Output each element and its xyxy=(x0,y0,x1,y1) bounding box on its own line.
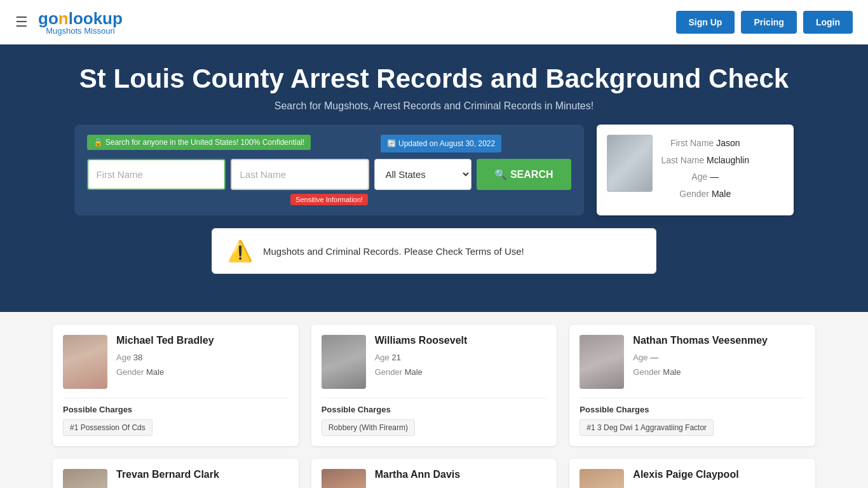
record-age: Age — xyxy=(375,484,461,488)
record-person-row: Trevan Bernard Clark Age — Gender Male xyxy=(63,469,288,488)
records-section: Michael Ted Bradley Age 38 Gender Male P… xyxy=(0,312,868,488)
gender-value: Male xyxy=(712,189,731,199)
header-nav: Sign Up Pricing Login xyxy=(676,11,853,34)
record-card: Trevan Bernard Clark Age — Gender Male P… xyxy=(53,459,299,488)
record-person-row: Nathan Thomas Veesenmey Age — Gender Mal… xyxy=(580,335,805,396)
record-card: Martha Ann Davis Age — Gender Female Pos… xyxy=(311,459,557,488)
search-wrapper: 🔒 Search for anyone in the United States… xyxy=(13,125,855,215)
charges-section: Possible Charges Robbery (With Firearm) xyxy=(322,398,547,436)
records-grid: Michael Ted Bradley Age 38 Gender Male P… xyxy=(53,325,815,488)
record-name: Alexis Paige Claypool xyxy=(633,469,738,480)
record-card: Williams Roosevelt Age 21 Gender Male Po… xyxy=(311,325,557,446)
record-card: Michael Ted Bradley Age 38 Gender Male P… xyxy=(53,325,299,446)
last-name-input[interactable] xyxy=(231,159,369,190)
record-photo xyxy=(63,469,107,488)
signup-button[interactable]: Sign Up xyxy=(676,11,735,34)
site-header: ☰ gonlookup Mugshots Missouri Sign Up Pr… xyxy=(0,0,868,44)
record-info: Nathan Thomas Veesenmey Age — Gender Mal… xyxy=(633,335,768,380)
record-photo xyxy=(322,335,366,389)
featured-person-info: First Name Jason Last Name Mclaughlin Ag… xyxy=(661,135,750,202)
record-card: Alexis Paige Claypool Age — Gender Femal… xyxy=(569,459,815,488)
featured-person-photo xyxy=(607,135,653,192)
confidential-notice: 🔒 Search for anyone in the United States… xyxy=(87,135,311,150)
record-photo xyxy=(322,469,366,488)
record-gender: Gender Male xyxy=(116,365,214,379)
search-box: 🔒 Search for anyone in the United States… xyxy=(74,125,583,215)
record-info: Martha Ann Davis Age — Gender Female xyxy=(375,469,461,488)
last-name-label: Last Name xyxy=(661,155,705,165)
record-name: Michael Ted Bradley xyxy=(116,335,214,346)
record-photo xyxy=(580,335,624,389)
hero-section: St Louis County Arrest Records and Backg… xyxy=(0,44,868,312)
record-age: Age 21 xyxy=(375,350,468,365)
first-name-input[interactable] xyxy=(87,159,226,190)
first-name-label: First Name xyxy=(670,138,714,148)
charges-section: Possible Charges #1 3 Deg Dwi 1 Aggravat… xyxy=(580,398,805,436)
record-person-row: Williams Roosevelt Age 21 Gender Male xyxy=(322,335,547,396)
record-person-row: Martha Ann Davis Age — Gender Female xyxy=(322,469,547,488)
sensitive-badge: Sensitive Information! xyxy=(87,190,571,205)
charges-section: Possible Charges #1 Possession Of Cds xyxy=(63,398,288,436)
charges-title: Possible Charges xyxy=(580,405,805,414)
record-name: Trevan Bernard Clark xyxy=(116,469,219,480)
state-select[interactable]: All StatesAlabamaAlaskaArizonaArkansasCa… xyxy=(374,159,471,190)
charge-badge: #1 Possession Of Cds xyxy=(63,419,153,436)
record-name: Williams Roosevelt xyxy=(375,335,468,346)
header-left: ☰ gonlookup Mugshots Missouri xyxy=(15,9,123,36)
page-title: St Louis County Arrest Records and Backg… xyxy=(13,64,855,94)
logo-subtitle: Mugshots Missouri xyxy=(38,26,123,36)
record-age: Age — xyxy=(116,484,219,488)
last-name-value: Mclaughlin xyxy=(707,155,749,165)
record-card: Nathan Thomas Veesenmey Age — Gender Mal… xyxy=(569,325,815,446)
record-name: Martha Ann Davis xyxy=(375,469,461,480)
hamburger-menu[interactable]: ☰ xyxy=(15,14,28,30)
logo-lookup: lookup xyxy=(69,9,123,28)
logo-text: gonlookup xyxy=(38,9,123,29)
search-inputs-row: All StatesAlabamaAlaskaArizonaArkansasCa… xyxy=(87,159,571,190)
record-age: Age — xyxy=(633,350,768,365)
logo-go: go xyxy=(38,9,58,28)
logo-n: n xyxy=(58,9,69,28)
update-notice: 🔄 Updated on August 30, 2022 xyxy=(381,135,501,152)
charge-badge: #1 3 Deg Dwi 1 Aggravatiing Factor xyxy=(580,419,714,436)
gender-label: Gender xyxy=(679,189,709,199)
record-info: Alexis Paige Claypool Age — Gender Femal… xyxy=(633,469,738,488)
record-name: Nathan Thomas Veesenmey xyxy=(633,335,768,346)
record-gender: Gender Male xyxy=(633,365,768,379)
record-age: Age 38 xyxy=(116,350,214,365)
hero-subtitle: Search for Mugshots, Arrest Records and … xyxy=(13,100,855,112)
age-value: — xyxy=(710,172,719,182)
record-age: Age — xyxy=(633,484,738,488)
record-photo xyxy=(580,469,624,488)
pricing-button[interactable]: Pricing xyxy=(741,11,796,34)
record-info: Williams Roosevelt Age 21 Gender Male xyxy=(375,335,468,380)
record-info: Trevan Bernard Clark Age — Gender Male xyxy=(116,469,219,488)
login-button[interactable]: Login xyxy=(803,11,853,34)
record-person-row: Michael Ted Bradley Age 38 Gender Male xyxy=(63,335,288,396)
warning-bar: ⚠️ Mugshots and Criminal Records. Please… xyxy=(212,228,656,274)
record-person-row: Alexis Paige Claypool Age — Gender Femal… xyxy=(580,469,805,488)
record-photo xyxy=(63,335,107,389)
warning-icon: ⚠️ xyxy=(227,239,253,263)
charges-title: Possible Charges xyxy=(63,405,288,414)
charges-title: Possible Charges xyxy=(322,405,547,414)
record-gender: Gender Male xyxy=(375,365,468,379)
age-label: Age xyxy=(691,172,707,182)
featured-person-card: First Name Jason Last Name Mclaughlin Ag… xyxy=(597,125,794,215)
search-notices: 🔒 Search for anyone in the United States… xyxy=(87,135,571,152)
first-name-value: Jason xyxy=(716,138,740,148)
logo[interactable]: gonlookup Mugshots Missouri xyxy=(38,9,123,36)
record-info: Michael Ted Bradley Age 38 Gender Male xyxy=(116,335,214,380)
charge-badge: Robbery (With Firearm) xyxy=(322,419,415,436)
warning-text: Mugshots and Criminal Records. Please Ch… xyxy=(263,246,524,257)
search-button[interactable]: 🔍 SEARCH xyxy=(477,159,571,190)
